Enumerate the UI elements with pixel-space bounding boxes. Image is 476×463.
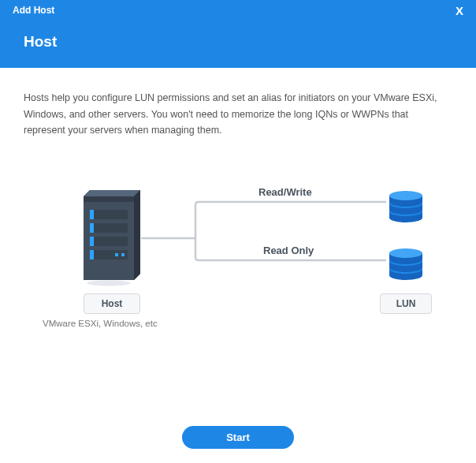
svg-rect-7 bbox=[90, 237, 94, 246]
server-icon bbox=[84, 190, 140, 286]
wizard-header: Host bbox=[0, 21, 476, 68]
readonly-label: Read Only bbox=[263, 245, 314, 256]
svg-rect-10 bbox=[115, 253, 118, 256]
svg-point-21 bbox=[389, 191, 422, 200]
svg-point-12 bbox=[87, 280, 131, 286]
database-icon bbox=[388, 191, 424, 222]
content-area: Hosts help you configure LUN permissions… bbox=[0, 68, 476, 352]
svg-rect-3 bbox=[90, 210, 94, 219]
host-lun-diagram: Read/Write Read Only bbox=[24, 186, 452, 352]
readwrite-label: Read/Write bbox=[258, 186, 312, 198]
host-badge: Host bbox=[84, 293, 140, 314]
titlebar: Add Host X bbox=[0, 0, 476, 21]
host-caption: VMware ESXi, Windows, etc bbox=[43, 319, 158, 328]
lun-badge: LUN bbox=[380, 293, 432, 314]
svg-point-30 bbox=[389, 248, 422, 258]
description-text: Hosts help you configure LUN permissions… bbox=[24, 90, 452, 139]
start-button[interactable]: Start bbox=[182, 426, 294, 449]
window-title: Add Host bbox=[13, 5, 54, 16]
footer: Start bbox=[0, 426, 476, 449]
page-title: Host bbox=[24, 33, 452, 50]
svg-rect-2 bbox=[90, 210, 128, 219]
svg-rect-11 bbox=[121, 253, 125, 256]
svg-rect-9 bbox=[90, 250, 94, 260]
close-icon[interactable]: X bbox=[456, 5, 463, 17]
svg-rect-5 bbox=[90, 223, 94, 233]
svg-rect-4 bbox=[90, 223, 128, 233]
svg-rect-6 bbox=[90, 237, 128, 246]
svg-rect-1 bbox=[84, 196, 134, 202]
database-icon bbox=[388, 248, 424, 280]
